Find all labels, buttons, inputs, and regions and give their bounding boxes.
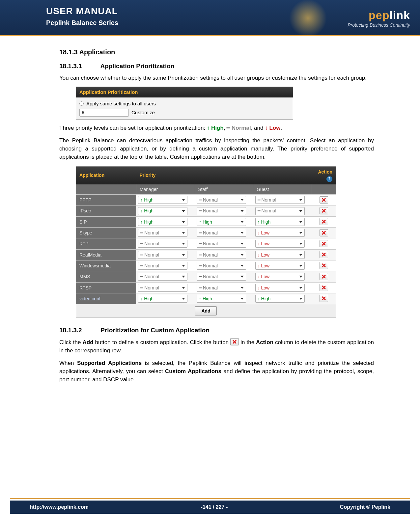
priority-select[interactable]: ↑ High [138, 207, 187, 215]
chevron-down-icon [299, 298, 302, 300]
priority-select[interactable]: ↓ Low [255, 240, 305, 248]
priority-value: ↑ High [140, 197, 154, 203]
subsection-1-title: Application Prioritization [100, 63, 175, 69]
close-icon [322, 219, 326, 224]
delete-button[interactable] [320, 284, 328, 291]
delete-button[interactable] [320, 229, 328, 236]
chevron-down-icon [299, 232, 302, 234]
text: Click the [59, 339, 82, 345]
close-icon [322, 241, 326, 246]
priority-cell: ━ Normal [136, 282, 195, 293]
priority-select[interactable]: ↑ High [197, 218, 246, 226]
priority-select[interactable]: ↓ Low [255, 273, 305, 281]
priority-value: ↓ Low [258, 262, 270, 269]
priority-select[interactable]: ↑ High [197, 295, 246, 303]
priority-select[interactable]: ━ Normal [197, 207, 246, 215]
priority-cell: ━ Normal [253, 195, 312, 205]
delete-button[interactable] [320, 207, 328, 214]
col-staff: Staff [195, 184, 253, 194]
priority-value: ━ Normal [199, 207, 218, 214]
priority-select[interactable]: ━ Normal [138, 229, 187, 237]
delete-button[interactable] [320, 196, 328, 204]
delete-button[interactable] [320, 251, 328, 258]
priority-select[interactable]: ━ Normal [197, 196, 246, 204]
priority-value: ━ Normal [140, 262, 159, 269]
priority-cell: ━ Normal [195, 282, 253, 293]
chevron-down-icon [240, 199, 244, 201]
app-name-cell: RealMedia [76, 249, 136, 260]
priority-select[interactable]: ━ Normal [138, 273, 187, 281]
priority-select[interactable]: ↑ High [138, 196, 187, 204]
priority-cell: ━ Normal [136, 249, 195, 260]
priority-select[interactable]: ━ Normal [197, 284, 246, 292]
delete-button[interactable] [320, 262, 328, 269]
add-button[interactable]: Add [195, 306, 216, 315]
app-name-cell: PPTP [76, 195, 136, 205]
priority-value: ━ Normal [140, 252, 159, 258]
priority-cell: ↓ Low [253, 228, 312, 238]
delete-button-inline[interactable] [230, 338, 239, 345]
chevron-down-icon [299, 243, 302, 245]
close-icon [322, 252, 326, 257]
priority-select[interactable]: ━ Normal [138, 240, 187, 248]
section-title: Application [79, 48, 115, 56]
delete-button[interactable] [320, 218, 328, 225]
priority-value: ━ Normal [140, 273, 159, 280]
chevron-down-icon [299, 276, 302, 278]
action-label-inline: Action [256, 339, 273, 345]
priority-select[interactable]: ━ Normal [138, 284, 187, 292]
priority-select[interactable]: ━ Normal [138, 251, 187, 259]
subsection-2-number: 18.1.3.2 [59, 326, 99, 335]
priority-select[interactable]: ━ Normal [197, 262, 246, 270]
table-row: RealMedia━ Normal━ Normal↓ Low [76, 249, 336, 260]
priority-select[interactable]: ↓ Low [255, 229, 305, 237]
section-number: 18.1.3 [59, 48, 78, 56]
col-action-label: Action [318, 169, 332, 175]
delete-button[interactable] [320, 240, 328, 247]
radio-icon[interactable] [79, 109, 129, 117]
priority-select[interactable]: ↑ High [138, 218, 187, 226]
action-cell [312, 216, 336, 227]
delete-button[interactable] [320, 273, 328, 280]
priority-select[interactable]: ↓ Low [255, 284, 305, 292]
paragraph-5: When Supported Applications is selected,… [59, 359, 374, 384]
radio-row-customize[interactable]: Customize [79, 108, 290, 117]
priority-value: ↓ Low [258, 252, 270, 258]
priority-select[interactable]: ↑ High [255, 218, 305, 226]
priority-select[interactable]: ↓ Low [255, 251, 305, 259]
radio-row-apply-same[interactable]: Apply same settings to all users [79, 99, 290, 108]
delete-button[interactable] [320, 295, 328, 302]
priority-select[interactable]: ━ Normal [255, 196, 305, 204]
chevron-down-icon [182, 265, 185, 267]
priority-select[interactable]: ━ Normal [197, 273, 246, 281]
close-icon [322, 285, 326, 290]
priority-select[interactable]: ↑ High [255, 295, 305, 303]
col-priority: Priority [136, 167, 312, 184]
help-icon[interactable]: ? [326, 176, 332, 182]
priority-select[interactable]: ↑ High [138, 295, 187, 303]
priority-cell: ↑ High [253, 293, 312, 304]
action-cell [312, 282, 336, 293]
app-name-cell: RTP [76, 238, 136, 249]
page-footer: http://www.peplink.com -141 / 227 - Copy… [0, 498, 420, 514]
priority-cell: ━ Normal [136, 238, 195, 249]
priority-select[interactable]: ━ Normal [197, 240, 246, 248]
priority-select[interactable]: ━ Normal [197, 229, 246, 237]
priority-value: ━ Normal [199, 230, 218, 236]
close-icon [322, 274, 326, 279]
brand-logo: peplink Protecting Business Continuity [292, 0, 410, 36]
app-prioritization-panel: Application Prioritization Apply same se… [76, 87, 293, 120]
priority-cell: ↑ High [195, 293, 253, 304]
priority-select[interactable]: ↓ Low [255, 262, 305, 270]
app-name-cell[interactable]: video conf [76, 293, 136, 304]
priority-select[interactable]: ━ Normal [197, 251, 246, 259]
app-name-cell: IPsec [76, 205, 136, 216]
priority-select[interactable]: ━ Normal [255, 207, 305, 215]
chevron-down-icon [299, 210, 302, 212]
priority-select[interactable]: ━ Normal [138, 262, 187, 270]
table-row: IPsec↑ High━ Normal━ Normal [76, 205, 336, 216]
subsection-1-number: 18.1.3.1 [59, 62, 99, 71]
priority-value: ↑ High [199, 295, 212, 302]
radio-icon[interactable] [79, 101, 84, 106]
priority-cell: ↓ Low [253, 282, 312, 293]
